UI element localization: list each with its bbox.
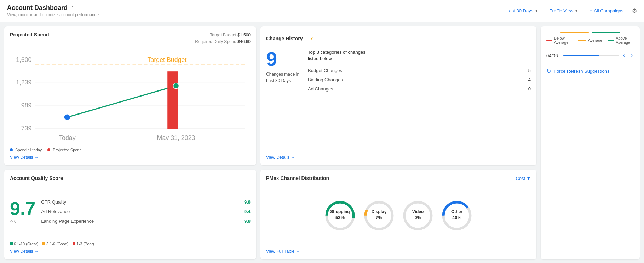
big-score-section: 9.7 ◇ 0 — [10, 199, 35, 224]
right-panel-legend: Below AverageAverageAbove Average — [546, 36, 634, 45]
score-metric-row: Ad Relevance9.4 — [41, 207, 251, 216]
main-content: Projected Spend Target Budget $1,500 Req… — [0, 22, 644, 263]
projected-spend-title: Projected Spend — [10, 32, 49, 37]
force-refresh-label: Force Refresh Suggestions — [554, 69, 610, 74]
traffic-view-chevron: ▼ — [575, 9, 578, 13]
date-bar-fill — [563, 55, 599, 56]
change-count-section: 9 Changes made in Last 30 Days — [266, 49, 299, 151]
svg-text:739: 739 — [21, 125, 32, 132]
projected-spend-chart: 1,600 1,239 989 739 Target Budget — [10, 51, 251, 144]
budget-info: Target Budget $1,500 Required Daily Spen… — [195, 32, 251, 45]
categories-title: Top 3 categories of changes listed below — [308, 49, 531, 62]
right-legend-item: Average — [578, 36, 603, 45]
cost-chevron: ▼ — [526, 176, 531, 181]
svg-text:989: 989 — [21, 102, 32, 109]
channel-donut: Other 40% — [441, 200, 473, 232]
header: Account Dashboard ⇧ View, monitor and op… — [0, 0, 644, 22]
legend-projected: Projected Spend — [47, 148, 81, 152]
average-bar — [560, 32, 589, 33]
projected-spend-view-details[interactable]: View Details → — [10, 155, 39, 160]
target-budget-value: $1,500 — [237, 33, 251, 37]
big-score: 9.7 — [10, 199, 35, 218]
date-nav: 04/06 ‹ › — [546, 52, 634, 59]
last-days-chevron: ▼ — [535, 9, 538, 13]
svg-text:40%: 40% — [452, 215, 461, 220]
svg-text:1,239: 1,239 — [16, 79, 32, 86]
diamond-icon: ◇ — [10, 219, 13, 224]
score-legend-item: 3.1-6 (Good) — [42, 242, 68, 246]
svg-rect-11 — [167, 72, 178, 129]
projected-spend-header: Projected Spend Target Budget $1,500 Req… — [10, 32, 251, 45]
change-category-row: Budget Changes5 — [308, 66, 531, 75]
view-full-table-link[interactable]: View Full Table → — [266, 249, 300, 254]
pmax-title: PMax Channel Distribution — [266, 175, 329, 181]
change-history-view-details[interactable]: View Details → — [266, 155, 295, 160]
svg-text:Video: Video — [412, 209, 424, 214]
above-average-bar — [592, 32, 620, 33]
svg-text:Target Budget: Target Budget — [148, 56, 187, 63]
svg-point-10 — [64, 115, 70, 120]
svg-point-12 — [173, 83, 179, 89]
right-legend-item: Above Average — [608, 36, 634, 45]
top-bars — [546, 32, 634, 33]
date-prev-button[interactable]: ‹ — [622, 52, 626, 59]
page-title: Account Dashboard — [7, 4, 68, 12]
change-label: Changes made in Last 30 Days — [266, 71, 299, 84]
channel-item: Display 7% — [363, 200, 395, 232]
right-legend-item: Below Average — [546, 36, 572, 45]
last-days-button[interactable]: Last 30 Days ▼ — [504, 7, 541, 15]
svg-text:Shopping: Shopping — [330, 209, 350, 214]
required-daily-label: Required Daily Spend — [195, 39, 236, 44]
pmax-card: PMax Channel Distribution Cost ▼ Shoppin… — [260, 170, 536, 259]
required-daily-value: $46.60 — [237, 39, 251, 44]
cost-dropdown[interactable]: Cost ▼ — [516, 176, 531, 181]
score-legend-item: 1-3 (Poor) — [73, 242, 94, 246]
filter-icon: ≡ — [590, 8, 592, 14]
svg-text:May 31, 2023: May 31, 2023 — [157, 135, 195, 142]
header-right: Last 30 Days ▼ Traffic View ▼ ≡ All Camp… — [504, 7, 637, 15]
target-budget-label: Target Budget — [210, 33, 236, 37]
channel-item: Video 0% — [402, 200, 434, 232]
score-sub: ◇ 0 — [10, 219, 35, 224]
svg-text:Display: Display — [372, 209, 387, 214]
quality-score-card: Account Quality Score 9.7 ◇ 0 CTR Qualit… — [4, 170, 256, 259]
right-panel: Below AverageAverageAbove Average 04/06 … — [541, 26, 640, 259]
change-number: 9 — [266, 49, 299, 69]
force-refresh-button[interactable]: ↻ Force Refresh Suggestions — [546, 68, 634, 75]
change-categories: Top 3 categories of changes listed below… — [308, 49, 531, 151]
date-label: 04/06 — [546, 53, 560, 58]
svg-text:53%: 53% — [335, 215, 345, 220]
score-metric-row: CTR Quality9.8 — [41, 197, 251, 207]
svg-text:Today: Today — [59, 135, 76, 142]
legend-spend: Spend till today — [10, 148, 42, 152]
channels-row: Shopping 53% Display 7% Video 0% Other — [266, 187, 531, 245]
traffic-view-button[interactable]: Traffic View ▼ — [547, 7, 581, 15]
quality-body: 9.7 ◇ 0 CTR Quality9.8Ad Relevance9.4Lan… — [10, 184, 251, 239]
chart-legend: Spend till today Projected Spend — [10, 148, 251, 152]
change-history-card: Change History ← 9 Changes made in Last … — [260, 26, 536, 165]
share-icon[interactable]: ⇧ — [70, 5, 75, 11]
change-category-row: Bidding Changes4 — [308, 75, 531, 84]
score-metric-row: Landing Page Experience9.8 — [41, 216, 251, 226]
svg-text:Other: Other — [451, 209, 462, 214]
channel-item: Other 40% — [441, 200, 473, 232]
page-subtitle: View, monitor and optimize account perfo… — [7, 12, 100, 17]
svg-text:1,600: 1,600 — [16, 56, 32, 63]
left-panel: Projected Spend Target Budget $1,500 Req… — [4, 26, 536, 259]
quality-score-view-details[interactable]: View Details → — [10, 249, 39, 254]
date-next-button[interactable]: › — [629, 52, 634, 59]
projected-spend-card: Projected Spend Target Budget $1,500 Req… — [4, 26, 256, 165]
channel-donut: Shopping 53% — [324, 200, 356, 232]
date-bar-container — [563, 55, 619, 56]
gear-icon[interactable]: ⚙ — [632, 7, 637, 14]
all-campaigns-button[interactable]: ≡ All Campaigns — [587, 7, 626, 15]
change-history-body: 9 Changes made in Last 30 Days Top 3 cat… — [266, 49, 531, 151]
channel-donut: Display 7% — [363, 200, 395, 232]
quality-score-header: Account Quality Score — [10, 175, 251, 181]
arrow-annotation: ← — [308, 32, 320, 45]
chart-svg: 1,600 1,239 989 739 Target Budget — [10, 51, 251, 144]
change-category-row: Ad Changes0 — [308, 84, 531, 93]
score-legend-item: 6.1-10 (Great) — [10, 242, 38, 246]
channel-item: Shopping 53% — [324, 200, 356, 232]
score-metrics: CTR Quality9.8Ad Relevance9.4Landing Pag… — [41, 197, 251, 226]
